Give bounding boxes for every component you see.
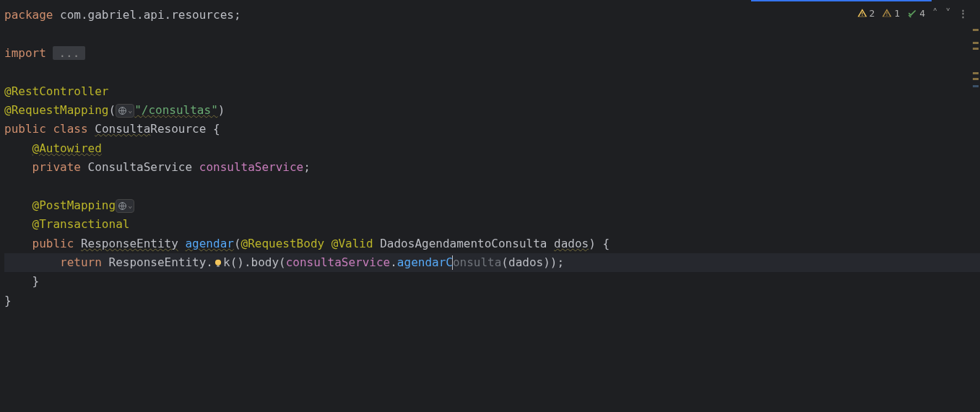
scrollbar-marker-warning[interactable] xyxy=(973,48,979,50)
annotation: @RequestBody xyxy=(241,237,325,250)
string-literal: "/consultas" xyxy=(134,103,218,117)
type-name: ResponseEntity xyxy=(81,237,178,250)
annotation: @Valid xyxy=(331,237,373,250)
svg-rect-2 xyxy=(887,12,888,14)
warning-indicator-amber[interactable]: 1 xyxy=(882,6,900,21)
scrollbar-marker-warning[interactable] xyxy=(973,72,979,74)
check-indicator-green[interactable]: 4 xyxy=(907,6,925,21)
warning-yellow-count: 2 xyxy=(870,6,875,21)
field-reference: consultaService xyxy=(286,255,391,269)
field-name: consultaService xyxy=(199,160,304,174)
type-name: DadosAgendamentoConsulta xyxy=(380,237,547,250)
class-name: Consulta xyxy=(95,122,150,136)
method-call: agendarC xyxy=(397,255,453,269)
intention-bulb-icon[interactable] xyxy=(213,258,223,268)
method-name: agendar xyxy=(185,237,233,250)
scrollbar-marker-info[interactable] xyxy=(973,85,979,87)
globe-icon xyxy=(118,106,127,115)
keyword: public xyxy=(4,122,46,136)
scrollbar-marker-warning[interactable] xyxy=(973,78,979,80)
nav-down-icon[interactable]: ˅ xyxy=(945,4,951,22)
globe-icon xyxy=(118,201,127,211)
current-line: return ResponseEntity.k().body(consultaS… xyxy=(4,253,980,272)
parameter-name: dados xyxy=(554,237,589,250)
warning-indicator-yellow[interactable]: 2 xyxy=(857,6,875,21)
package-statement: com.gabriel.api.resources; xyxy=(53,8,240,22)
check-green-count: 4 xyxy=(919,6,925,21)
svg-point-6 xyxy=(215,259,221,265)
keyword: public xyxy=(32,237,74,250)
annotation: @Transactional xyxy=(32,217,130,231)
keyword: package xyxy=(4,8,53,22)
folded-imports[interactable]: ... xyxy=(53,46,85,60)
url-mapping-gutter-icon[interactable]: ⌄ xyxy=(116,199,134,213)
text-caret xyxy=(452,255,453,270)
code-editor[interactable]: package com.gabriel.api.resources; impor… xyxy=(0,0,980,310)
keyword: private xyxy=(32,160,81,174)
svg-rect-0 xyxy=(862,12,862,14)
warning-triangle-icon xyxy=(882,8,892,18)
scrollbar-marker-warning[interactable] xyxy=(973,29,979,31)
annotation: @RestController xyxy=(4,84,109,98)
svg-rect-3 xyxy=(887,15,888,16)
warning-amber-count: 1 xyxy=(894,6,900,21)
code-analysis-indicators: 2 1 4 ˄ ˅ ⋮ xyxy=(857,4,968,22)
keyword: return xyxy=(60,255,102,269)
svg-rect-1 xyxy=(862,15,862,16)
type-name: ResponseEntity xyxy=(109,255,207,269)
editor-scrollbar[interactable] xyxy=(971,0,980,412)
annotation: @RequestMapping xyxy=(4,103,109,117)
inline-completion-hint: onsulta xyxy=(453,255,501,269)
keyword: import xyxy=(4,46,46,60)
annotation: @PostMapping xyxy=(32,198,116,212)
check-icon xyxy=(907,8,917,18)
annotation: @Autowired xyxy=(32,141,102,155)
warning-triangle-icon xyxy=(857,8,867,18)
url-mapping-gutter-icon[interactable]: ⌄ xyxy=(116,104,134,118)
keyword: class xyxy=(53,122,87,136)
chevron-down-icon: ⌄ xyxy=(128,200,132,212)
nav-up-icon[interactable]: ˄ xyxy=(932,4,938,22)
more-actions-icon[interactable]: ⋮ xyxy=(958,6,968,21)
chevron-down-icon: ⌄ xyxy=(128,105,132,117)
type-name: ConsultaService xyxy=(88,160,193,174)
svg-rect-7 xyxy=(217,265,220,266)
scrollbar-marker-warning[interactable] xyxy=(973,42,979,44)
